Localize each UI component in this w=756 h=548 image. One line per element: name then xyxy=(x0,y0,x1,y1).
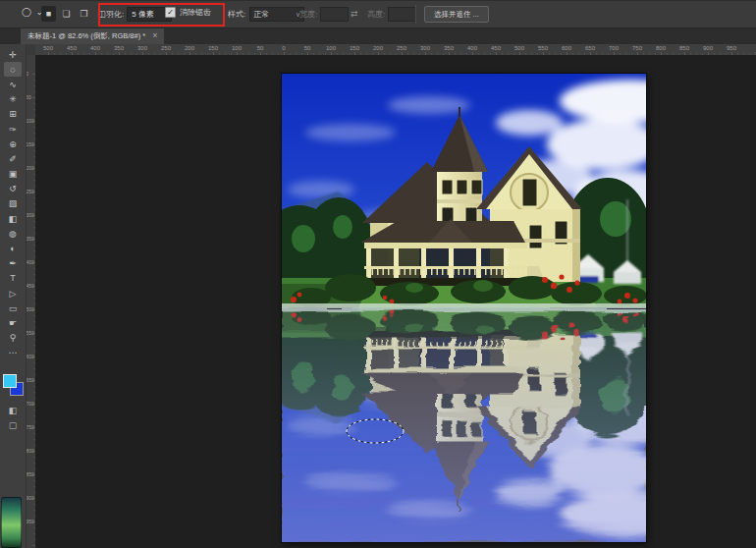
h-ruler-label: 750 xyxy=(632,45,642,51)
width-input xyxy=(320,7,349,22)
v-ruler-label: 350 xyxy=(26,236,33,241)
foreground-color-swatch[interactable] xyxy=(3,374,17,388)
document-tab-title: 未标题-1 @ 82.6% (倒影, RGB/8#) * xyxy=(27,31,145,41)
hand-tool[interactable]: ☛ xyxy=(4,315,22,330)
eyedropper-tool[interactable]: ✑ xyxy=(4,122,22,137)
close-tab-icon[interactable]: × xyxy=(152,31,157,40)
v-ruler-label: 950 xyxy=(26,519,33,523)
h-ruler-label: 350 xyxy=(114,45,124,51)
selection-mode-group: ■❏❐◫ xyxy=(41,6,109,22)
h-ruler-label: 700 xyxy=(609,45,619,51)
canvas-area[interactable] xyxy=(35,55,756,548)
h-ruler-label: 500 xyxy=(514,45,524,51)
h-ruler-label: 400 xyxy=(467,45,477,51)
turret-windows xyxy=(442,180,482,194)
toolbar: ✛◌∿✳⊞✑⊕✐▣↺▨◧◍◐✒T▷▭☛⚲⋯ ◧ ▢ xyxy=(0,44,27,548)
quick-selection-tool[interactable]: ✳ xyxy=(4,92,22,107)
h-ruler-label: 250 xyxy=(161,45,171,51)
dodge-tool[interactable]: ◐ xyxy=(4,241,22,255)
h-ruler-label: 450 xyxy=(491,45,501,51)
h-ruler-label: 150 xyxy=(208,45,218,51)
v-ruler-label: 800 xyxy=(26,448,33,453)
options-separator xyxy=(415,5,416,24)
v-ruler-label: 900 xyxy=(26,495,33,500)
move-tool[interactable]: ✛ xyxy=(4,47,22,62)
photoshop-window: ◯ ⌄ ■❏❐◫ 羽化: 5 像素 ✓ 消除锯齿 样式: 正常 ∨ 宽度: ⇄ … xyxy=(0,0,756,548)
h-ruler-label: 500 xyxy=(43,45,53,51)
v-ruler-label: 700 xyxy=(26,401,33,406)
v-ruler-label: 600 xyxy=(26,354,33,358)
tab-bar: 未标题-1 @ 82.6% (倒影, RGB/8#) * × xyxy=(0,27,756,44)
quick-mask-button[interactable]: ◧ xyxy=(9,406,18,415)
v-ruler-label: 450 xyxy=(26,283,33,288)
v-ruler-label: 750 xyxy=(26,424,33,429)
h-ruler-label: 50 xyxy=(257,45,264,51)
house-reflection-image xyxy=(282,74,646,542)
h-ruler-label: 650 xyxy=(585,45,595,51)
v-ruler-label: 100 xyxy=(26,118,33,123)
h-ruler-label: 600 xyxy=(562,45,571,51)
h-ruler-label: 150 xyxy=(350,45,359,51)
brush-tool[interactable]: ✐ xyxy=(4,151,22,166)
document-image[interactable] xyxy=(282,74,646,542)
railing xyxy=(364,266,527,269)
style-value: 正常 xyxy=(253,9,269,20)
history-brush-tool[interactable]: ↺ xyxy=(4,182,22,196)
color-swatches xyxy=(3,374,25,398)
v-ruler-label: 500 xyxy=(26,306,33,311)
h-ruler-label: 250 xyxy=(397,45,406,51)
h-ruler-label: 350 xyxy=(444,45,454,51)
options-bar: ◯ ⌄ ■❏❐◫ 羽化: 5 像素 ✓ 消除锯齿 样式: 正常 ∨ 宽度: ⇄ … xyxy=(0,0,756,28)
lasso-tool[interactable]: ∿ xyxy=(4,77,22,91)
dock-thumbnail xyxy=(1,497,22,548)
path-selection-tool[interactable]: ▷ xyxy=(4,286,22,301)
clone-stamp-tool[interactable]: ▣ xyxy=(4,167,22,182)
document-tab[interactable]: 未标题-1 @ 82.6% (倒影, RGB/8#) * × xyxy=(21,27,164,44)
h-ruler-label: 850 xyxy=(679,45,689,51)
h-ruler-label: 0 xyxy=(282,45,285,51)
h-ruler-label: 200 xyxy=(373,45,383,51)
antialias-checkbox[interactable]: ✓ xyxy=(165,7,176,18)
shape-tool[interactable]: ▭ xyxy=(4,301,22,315)
h-ruler-label: 300 xyxy=(137,45,147,51)
edit-toolbar[interactable]: ⋯ xyxy=(4,346,22,360)
type-tool[interactable]: T xyxy=(4,271,22,286)
v-ruler-label: 650 xyxy=(26,377,33,382)
view-controls: ◧ ▢ xyxy=(0,406,26,430)
blur-tool[interactable]: ◍ xyxy=(4,226,22,241)
v-ruler-label: 400 xyxy=(26,259,33,264)
eraser-tool[interactable]: ▨ xyxy=(4,196,22,211)
style-dropdown[interactable]: 正常 ∨ xyxy=(249,7,304,22)
v-ruler-label: 150 xyxy=(26,141,33,146)
swap-dimensions-icon: ⇄ xyxy=(351,9,358,19)
crop-tool[interactable]: ⊞ xyxy=(4,107,22,122)
width-label: 宽度: xyxy=(299,9,317,20)
screen-mode-button[interactable]: ▢ xyxy=(9,420,18,430)
elliptical-marquee-tool[interactable]: ◌ xyxy=(4,62,22,77)
gradient-tool[interactable]: ◧ xyxy=(4,211,22,226)
zoom-tool[interactable]: ⚲ xyxy=(4,331,22,346)
add-to-selection-icon[interactable]: ❏ xyxy=(59,6,74,22)
h-ruler-label: 400 xyxy=(90,45,100,51)
select-and-mask-button[interactable]: 选择并遮住 ... xyxy=(424,6,489,23)
feather-label: 羽化: xyxy=(106,9,124,20)
h-ruler-label: 50 xyxy=(304,45,311,51)
reflection xyxy=(282,307,646,543)
v-ruler-label: 50 xyxy=(26,94,31,99)
new-selection-icon[interactable]: ■ xyxy=(41,6,56,22)
height-input xyxy=(388,7,416,22)
scene-top xyxy=(282,74,646,308)
height-label: 高度: xyxy=(367,9,385,20)
v-ruler-label: 850 xyxy=(26,471,33,476)
antialias-label: 消除锯齿 xyxy=(180,7,211,18)
h-ruler-label: 800 xyxy=(656,45,666,51)
h-ruler-label: 900 xyxy=(703,45,713,51)
h-ruler-label: 950 xyxy=(727,45,736,51)
v-ruler-label: 200 xyxy=(26,165,33,170)
pen-tool[interactable]: ✒ xyxy=(4,256,22,271)
v-ruler-label: 550 xyxy=(26,330,33,335)
spot-healing-brush-tool[interactable]: ⊕ xyxy=(4,137,22,151)
h-ruler-label: 100 xyxy=(326,45,336,51)
subtract-from-selection-icon[interactable]: ❐ xyxy=(77,6,91,22)
toolbar-tools: ✛◌∿✳⊞✑⊕✐▣↺▨◧◍◐✒T▷▭☛⚲⋯ xyxy=(0,47,26,360)
